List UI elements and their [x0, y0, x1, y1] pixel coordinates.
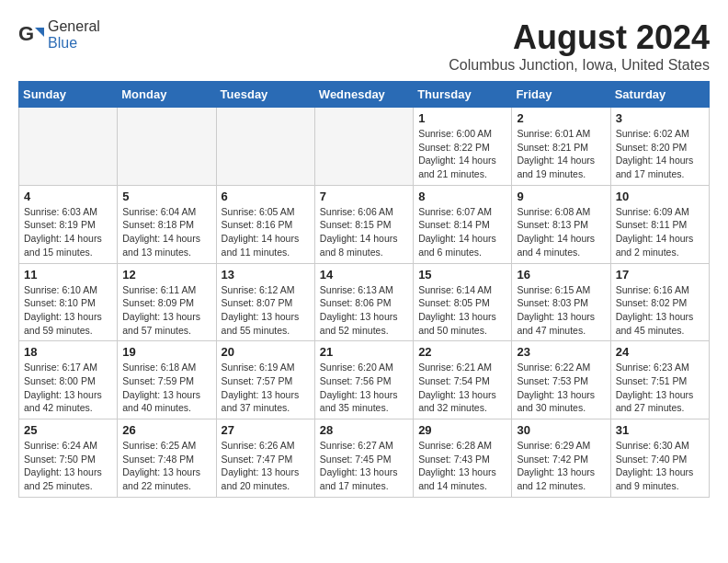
day-detail: Sunrise: 6:00 AM Sunset: 8:22 PM Dayligh…: [418, 127, 506, 181]
day-number: 3: [616, 111, 704, 125]
day-detail: Sunrise: 6:25 AM Sunset: 7:48 PM Dayligh…: [122, 439, 210, 493]
calendar-cell: 27Sunrise: 6:26 AM Sunset: 7:47 PM Dayli…: [216, 419, 314, 498]
day-detail: Sunrise: 6:16 AM Sunset: 8:02 PM Dayligh…: [616, 283, 704, 338]
column-header-sunday: Sunday: [19, 82, 118, 108]
day-detail: Sunrise: 6:30 AM Sunset: 7:40 PM Dayligh…: [616, 439, 704, 493]
calendar-cell: [19, 108, 118, 186]
logo: G General Blue: [18, 18, 100, 52]
calendar-cell: 10Sunrise: 6:09 AM Sunset: 8:11 PM Dayli…: [610, 185, 709, 263]
day-detail: Sunrise: 6:08 AM Sunset: 8:13 PM Dayligh…: [517, 205, 605, 259]
day-number: 29: [418, 423, 506, 437]
column-header-thursday: Thursday: [414, 82, 512, 108]
calendar-cell: 9Sunrise: 6:08 AM Sunset: 8:13 PM Daylig…: [512, 185, 610, 263]
day-number: 31: [616, 423, 704, 437]
day-number: 11: [24, 268, 112, 282]
calendar-cell: [314, 108, 413, 186]
day-number: 30: [517, 423, 605, 437]
day-number: 7: [320, 190, 408, 203]
svg-text:G: G: [18, 22, 34, 45]
day-detail: Sunrise: 6:26 AM Sunset: 7:47 PM Dayligh…: [222, 439, 310, 493]
calendar-cell: 5Sunrise: 6:04 AM Sunset: 8:18 PM Daylig…: [118, 185, 216, 263]
day-number: 4: [24, 190, 112, 203]
column-header-friday: Friday: [512, 82, 610, 108]
calendar-cell: 3Sunrise: 6:02 AM Sunset: 8:20 PM Daylig…: [610, 108, 709, 186]
day-number: 25: [24, 423, 112, 437]
day-detail: Sunrise: 6:03 AM Sunset: 8:19 PM Dayligh…: [24, 205, 112, 259]
day-number: 15: [418, 268, 506, 282]
week-row-1: 1Sunrise: 6:00 AM Sunset: 8:22 PM Daylig…: [19, 108, 710, 186]
day-number: 8: [418, 190, 506, 203]
day-detail: Sunrise: 6:18 AM Sunset: 7:59 PM Dayligh…: [122, 361, 210, 415]
column-header-monday: Monday: [118, 82, 216, 108]
day-number: 23: [517, 345, 605, 359]
day-detail: Sunrise: 6:05 AM Sunset: 8:16 PM Dayligh…: [222, 205, 310, 259]
calendar-cell: 20Sunrise: 6:19 AM Sunset: 7:57 PM Dayli…: [216, 341, 314, 419]
calendar-cell: 18Sunrise: 6:17 AM Sunset: 8:00 PM Dayli…: [19, 341, 118, 419]
calendar-cell: 12Sunrise: 6:11 AM Sunset: 8:09 PM Dayli…: [118, 263, 216, 341]
day-number: 17: [616, 268, 704, 282]
calendar-cell: 25Sunrise: 6:24 AM Sunset: 7:50 PM Dayli…: [19, 419, 118, 498]
logo-icon: G: [18, 22, 44, 48]
calendar-cell: 17Sunrise: 6:16 AM Sunset: 8:02 PM Dayli…: [610, 263, 709, 341]
calendar-cell: 26Sunrise: 6:25 AM Sunset: 7:48 PM Dayli…: [118, 419, 216, 498]
day-number: 10: [616, 190, 704, 203]
day-number: 6: [222, 190, 310, 203]
day-detail: Sunrise: 6:22 AM Sunset: 7:53 PM Dayligh…: [517, 361, 605, 415]
calendar-cell: 31Sunrise: 6:30 AM Sunset: 7:40 PM Dayli…: [610, 419, 709, 498]
day-number: 18: [24, 345, 112, 359]
day-number: 16: [517, 268, 605, 282]
day-detail: Sunrise: 6:20 AM Sunset: 7:56 PM Dayligh…: [320, 361, 408, 415]
week-row-5: 25Sunrise: 6:24 AM Sunset: 7:50 PM Dayli…: [19, 419, 710, 498]
day-detail: Sunrise: 6:01 AM Sunset: 8:21 PM Dayligh…: [517, 127, 605, 181]
calendar-cell: 1Sunrise: 6:00 AM Sunset: 8:22 PM Daylig…: [414, 108, 512, 186]
day-detail: Sunrise: 6:19 AM Sunset: 7:57 PM Dayligh…: [222, 361, 310, 415]
calendar-cell: [118, 108, 216, 186]
column-header-saturday: Saturday: [610, 82, 709, 108]
day-detail: Sunrise: 6:11 AM Sunset: 8:09 PM Dayligh…: [122, 283, 210, 338]
day-detail: Sunrise: 6:14 AM Sunset: 8:05 PM Dayligh…: [418, 283, 506, 338]
day-detail: Sunrise: 6:23 AM Sunset: 7:51 PM Dayligh…: [616, 361, 704, 415]
day-number: 2: [517, 111, 605, 125]
day-detail: Sunrise: 6:07 AM Sunset: 8:14 PM Dayligh…: [418, 205, 506, 259]
column-header-wednesday: Wednesday: [314, 82, 413, 108]
day-detail: Sunrise: 6:09 AM Sunset: 8:11 PM Dayligh…: [616, 205, 704, 259]
day-number: 26: [122, 423, 210, 437]
day-detail: Sunrise: 6:24 AM Sunset: 7:50 PM Dayligh…: [24, 439, 112, 493]
calendar-cell: 28Sunrise: 6:27 AM Sunset: 7:45 PM Dayli…: [314, 419, 413, 498]
day-detail: Sunrise: 6:21 AM Sunset: 7:54 PM Dayligh…: [418, 361, 506, 415]
calendar-cell: [216, 108, 314, 186]
calendar-cell: 22Sunrise: 6:21 AM Sunset: 7:54 PM Dayli…: [414, 341, 512, 419]
calendar-cell: 19Sunrise: 6:18 AM Sunset: 7:59 PM Dayli…: [118, 341, 216, 419]
calendar-cell: 8Sunrise: 6:07 AM Sunset: 8:14 PM Daylig…: [414, 185, 512, 263]
day-number: 5: [122, 190, 210, 203]
calendar-cell: 6Sunrise: 6:05 AM Sunset: 8:16 PM Daylig…: [216, 185, 314, 263]
logo-blue-text: Blue: [48, 35, 77, 51]
day-detail: Sunrise: 6:10 AM Sunset: 8:10 PM Dayligh…: [24, 283, 112, 338]
calendar-cell: 21Sunrise: 6:20 AM Sunset: 7:56 PM Dayli…: [314, 341, 413, 419]
day-detail: Sunrise: 6:17 AM Sunset: 8:00 PM Dayligh…: [24, 361, 112, 415]
day-detail: Sunrise: 6:28 AM Sunset: 7:43 PM Dayligh…: [418, 439, 506, 493]
day-detail: Sunrise: 6:04 AM Sunset: 8:18 PM Dayligh…: [122, 205, 210, 259]
day-number: 24: [616, 345, 704, 359]
week-row-2: 4Sunrise: 6:03 AM Sunset: 8:19 PM Daylig…: [19, 185, 710, 263]
day-detail: Sunrise: 6:02 AM Sunset: 8:20 PM Dayligh…: [616, 127, 704, 181]
svg-marker-1: [35, 28, 44, 37]
logo-general-text: General: [48, 18, 100, 34]
day-detail: Sunrise: 6:15 AM Sunset: 8:03 PM Dayligh…: [517, 283, 605, 338]
week-row-3: 11Sunrise: 6:10 AM Sunset: 8:10 PM Dayli…: [19, 263, 710, 341]
calendar-cell: 23Sunrise: 6:22 AM Sunset: 7:53 PM Dayli…: [512, 341, 610, 419]
calendar-header: August 2024 Columbus Junction, Iowa, Uni…: [18, 18, 710, 74]
day-detail: Sunrise: 6:06 AM Sunset: 8:15 PM Dayligh…: [320, 205, 408, 259]
calendar-cell: 30Sunrise: 6:29 AM Sunset: 7:42 PM Dayli…: [512, 419, 610, 498]
day-number: 14: [320, 268, 408, 282]
calendar-title: August 2024: [18, 18, 710, 57]
calendar-cell: 16Sunrise: 6:15 AM Sunset: 8:03 PM Dayli…: [512, 263, 610, 341]
day-detail: Sunrise: 6:13 AM Sunset: 8:06 PM Dayligh…: [320, 283, 408, 338]
day-number: 13: [222, 268, 310, 282]
day-number: 27: [222, 423, 310, 437]
day-detail: Sunrise: 6:27 AM Sunset: 7:45 PM Dayligh…: [320, 439, 408, 493]
calendar-header-row: SundayMondayTuesdayWednesdayThursdayFrid…: [19, 82, 710, 108]
calendar-cell: 29Sunrise: 6:28 AM Sunset: 7:43 PM Dayli…: [414, 419, 512, 498]
calendar-subtitle: Columbus Junction, Iowa, United States: [18, 57, 710, 74]
calendar-cell: 24Sunrise: 6:23 AM Sunset: 7:51 PM Dayli…: [610, 341, 709, 419]
